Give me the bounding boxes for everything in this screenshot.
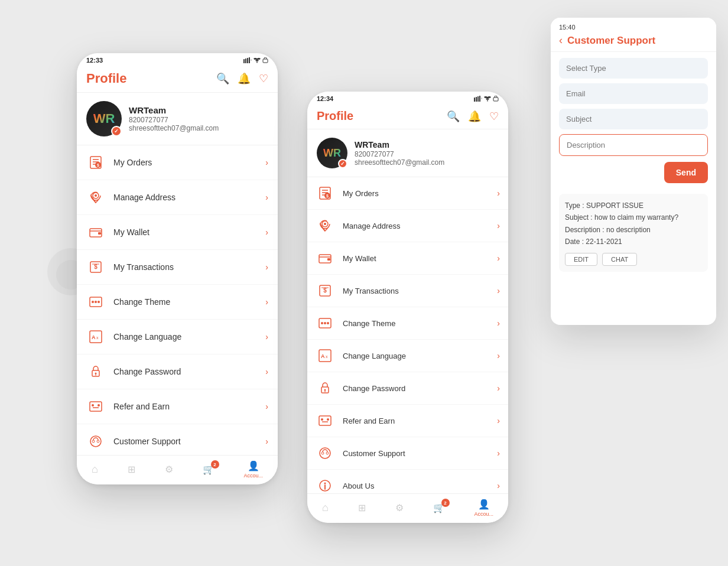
svg-point-21	[92, 301, 94, 303]
phone2-menu-manage-address[interactable]: Manage Address ›	[307, 210, 508, 242]
phone2-avatar-badge	[338, 159, 347, 168]
phone2-refer-icon	[316, 411, 334, 430]
phone2-bell-icon[interactable]: 🔔	[468, 110, 481, 123]
phone2-menu-refer-earn[interactable]: Refer and Earn ›	[307, 405, 508, 437]
phone2-theme-arrow: ›	[497, 318, 500, 328]
phone2-wallet-arrow: ›	[497, 253, 500, 263]
support-send-button[interactable]: Send	[664, 162, 708, 183]
phone1-nav-home[interactable]: ⌂	[92, 463, 98, 476]
svg-rect-42	[477, 96, 479, 102]
phone1-menu-my-wallet[interactable]: My Wallet ›	[77, 215, 278, 250]
phone1-nav-cart[interactable]: 🛒 2	[203, 464, 214, 475]
svg-point-23	[98, 301, 100, 303]
phone2-menu-change-language[interactable]: Ax Change Language ›	[307, 340, 508, 372]
phone2-search-icon[interactable]: 🔍	[447, 110, 460, 123]
phone2-nav-grid[interactable]: ⊞	[358, 502, 366, 513]
phone2-menu-transactions[interactable]: $ My Transactions ›	[307, 275, 508, 307]
svg-rect-30	[90, 402, 102, 411]
svg-point-78	[324, 483, 326, 484]
svg-rect-46	[493, 97, 498, 101]
phone2-nav-home[interactable]: ⌂	[322, 502, 329, 514]
phone1-theme-arrow: ›	[265, 297, 268, 307]
svg-rect-3	[249, 57, 250, 63]
svg-rect-56	[327, 258, 330, 261]
phone1-wallet-icon	[86, 223, 105, 242]
phone1-theme-icon	[86, 292, 105, 311]
phone1-cart-badge: 🛒 2	[203, 464, 214, 475]
phone2-wallet-label: My Wallet	[343, 254, 489, 263]
phone1-theme-label: Change Theme	[113, 297, 257, 307]
phone1-status-icons	[243, 57, 268, 63]
phone2-orders-label: My Orders	[343, 189, 489, 198]
svg-rect-6	[263, 59, 268, 63]
phone1-bottom-nav: ⌂ ⊞ ⚙ 🛒 2 👤 Accou...	[77, 455, 278, 484]
phone2-nav-cart[interactable]: 🛒 2	[433, 502, 445, 513]
phone1-grid-icon: ⊞	[128, 464, 135, 475]
phone2-menu-my-wallet[interactable]: My Wallet ›	[307, 242, 508, 275]
phone1-nav-settings[interactable]: ⚙	[165, 464, 173, 475]
phone2-user-name: WRTeam	[355, 140, 444, 149]
ticket-edit-button[interactable]: EDIT	[565, 253, 597, 266]
phone1-nav-account[interactable]: 👤 Accou...	[244, 460, 264, 479]
phone2-password-label: Change Password	[343, 384, 489, 393]
phone1-search-icon[interactable]: 🔍	[216, 72, 229, 85]
support-description-field[interactable]	[559, 134, 708, 156]
support-select-type[interactable]	[559, 58, 708, 79]
phone1-address-arrow: ›	[265, 193, 268, 202]
phone1-menu-list: $ My Orders › Manage Address › My Wallet…	[77, 145, 278, 455]
support-subject-field[interactable]	[559, 109, 708, 129]
phone1-heart-icon[interactable]: ♡	[259, 72, 268, 85]
svg-point-35	[92, 440, 95, 443]
ticket-chat-button[interactable]: CHAT	[602, 253, 637, 266]
svg-rect-70	[319, 416, 331, 425]
svg-rect-16	[98, 232, 101, 235]
svg-text:$: $	[94, 264, 98, 270]
phone2-transactions-label: My Transactions	[343, 287, 489, 295]
phone1-support-arrow: ›	[265, 437, 268, 446]
phone2-support-arrow: ›	[497, 448, 500, 458]
phone2-support-label: Customer Support	[343, 449, 489, 458]
phone2-menu-change-theme[interactable]: Change Theme ›	[307, 307, 508, 340]
phone2-menu-customer-support[interactable]: Customer Support ›	[307, 437, 508, 470]
phone2-orders-icon: $	[316, 184, 334, 203]
phone2-cart-count: 2	[441, 499, 450, 507]
phone1-orders-label: My Orders	[113, 158, 257, 167]
phone1-orders-arrow: ›	[265, 158, 268, 167]
support-email-field[interactable]	[559, 83, 708, 104]
svg-rect-41	[476, 97, 477, 102]
phone1-menu-change-password[interactable]: Change Password ›	[77, 354, 278, 389]
ticket-type: Type : SUPPORT ISSUE	[565, 200, 702, 212]
phone1-menu-change-language[interactable]: Ax Change Language ›	[77, 320, 278, 354]
phone2-address-label: Manage Address	[343, 222, 489, 230]
phone1-menu-change-theme[interactable]: Change Theme ›	[77, 285, 278, 320]
phone1-avatar-container: WR	[86, 101, 122, 136]
phone1-menu-customer-support[interactable]: Customer Support ›	[77, 424, 278, 455]
support-ticket: Type : SUPPORT ISSUE Subject : how to cl…	[559, 194, 708, 272]
phone1-menu-manage-address[interactable]: Manage Address ›	[77, 180, 278, 215]
phone2-menu-list: $ My Orders › Manage Address › My Wallet…	[307, 177, 508, 493]
phone1-menu-transactions[interactable]: $ My Transactions ›	[77, 250, 278, 285]
support-panel: 15:40 ‹ Customer Support Send Type : SUP…	[551, 18, 716, 325]
phone2-menu-my-orders[interactable]: $ My Orders ›	[307, 177, 508, 210]
phone2-menu-about-us[interactable]: About Us ›	[307, 470, 508, 493]
phone1-menu-my-orders[interactable]: $ My Orders ›	[77, 145, 278, 180]
phone2-user-phone: 8200727077	[355, 150, 444, 158]
support-panel-header: 15:40 ‹ Customer Support	[551, 18, 716, 52]
support-back-button[interactable]: ‹	[559, 34, 563, 47]
phone2-menu-change-password[interactable]: Change Password ›	[307, 372, 508, 405]
phone1-user-email: shreesofttech07@gmail.com	[129, 124, 219, 132]
phone2-heart-icon[interactable]: ♡	[489, 110, 499, 123]
phone2-nav-settings[interactable]: ⚙	[395, 502, 404, 513]
svg-text:x: x	[326, 354, 328, 359]
phone1-password-arrow: ›	[265, 367, 268, 376]
phone1-menu-refer-earn[interactable]: Refer and Earn ›	[77, 389, 278, 424]
svg-point-71	[321, 418, 323, 421]
ticket-description: Description : no description	[565, 224, 702, 236]
phone1-nav-grid[interactable]: ⊞	[128, 464, 135, 475]
svg-rect-44	[481, 97, 482, 99]
phone1-transactions-label: My Transactions	[113, 262, 257, 272]
phone1-support-label: Customer Support	[113, 437, 257, 446]
phone1-avatar-badge	[111, 126, 122, 136]
phone1-bell-icon[interactable]: 🔔	[238, 72, 251, 85]
phone2-nav-account[interactable]: 👤 Accou...	[474, 499, 494, 517]
